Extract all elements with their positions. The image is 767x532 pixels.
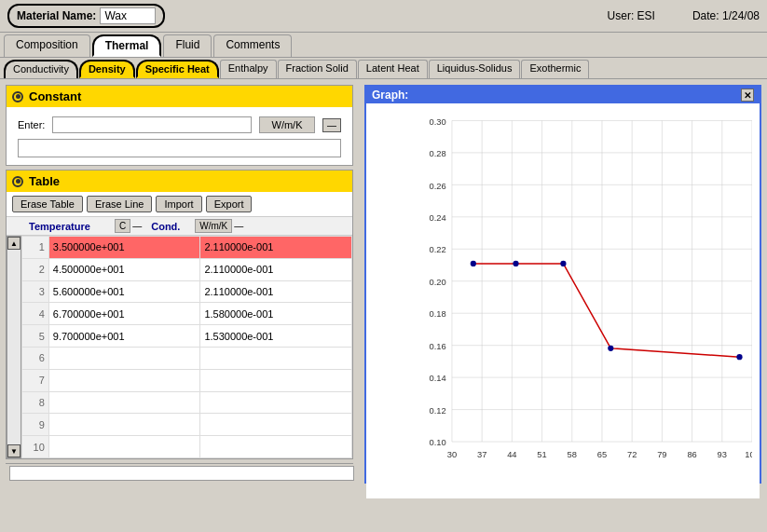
table-row[interactable]: 10 — [22, 436, 352, 458]
erase-line-button[interactable]: Erase Line — [87, 196, 153, 212]
table-radio[interactable] — [12, 176, 23, 187]
top-info: User: ESI Date: 1/24/08 — [608, 9, 760, 22]
tab-liquidus-solidus[interactable]: Liquidus-Solidus — [429, 60, 521, 78]
data-table-container: ▲ ▼ 13.500000e+0012.110000e-00124.500000… — [7, 236, 352, 458]
table-row[interactable]: 46.700000e+0011.580000e-001 — [22, 303, 352, 325]
constant-radio[interactable] — [12, 91, 23, 102]
svg-text:0.24: 0.24 — [430, 213, 446, 223]
data-point-5 — [736, 354, 742, 360]
table-row[interactable]: 13.500000e+0012.110000e-001 — [22, 237, 352, 259]
left-panel: Constant Enter: W/m/K — Table Erase Tabl… — [0, 79, 359, 489]
scroll-up-btn[interactable]: ▲ — [7, 237, 21, 250]
table-row[interactable]: 7 — [22, 369, 352, 391]
svg-text:37: 37 — [477, 450, 486, 459]
temp-cell[interactable] — [48, 436, 200, 458]
svg-text:79: 79 — [657, 450, 666, 459]
temp-cell[interactable] — [48, 391, 200, 414]
sub-tabs: Conductivity Density Specific Heat Entha… — [0, 58, 767, 79]
material-name-label: Material Name: — [17, 9, 96, 22]
main-tabs: Composition Thermal Fluid Comments — [0, 33, 767, 58]
graph-area: 0.30 0.28 0.26 0.24 0.22 0.20 0.18 0.16 … — [366, 103, 760, 498]
tab-exothermic[interactable]: Exothermic — [521, 60, 589, 78]
table-row[interactable]: 6 — [22, 347, 352, 369]
tab-comments[interactable]: Comments — [213, 34, 292, 57]
table-row[interactable]: 8 — [22, 391, 352, 414]
export-button[interactable]: Export — [206, 196, 253, 212]
svg-text:100: 100 — [745, 450, 752, 459]
constant-input-row: Enter: W/m/K — — [12, 113, 347, 137]
data-point-1 — [471, 261, 476, 266]
material-name-input[interactable] — [100, 7, 156, 24]
constant-value-input[interactable] — [52, 116, 252, 133]
tab-latent-heat[interactable]: Latent Heat — [358, 60, 428, 78]
row-number: 8 — [22, 391, 49, 414]
import-button[interactable]: Import — [156, 196, 201, 212]
row-number: 10 — [22, 436, 49, 458]
constant-title: Constant — [29, 89, 81, 103]
table-row[interactable]: 9 — [22, 414, 352, 436]
temp-unit-btn[interactable]: — — [132, 221, 147, 231]
svg-text:93: 93 — [718, 450, 727, 459]
user-info: User: ESI — [608, 9, 655, 22]
row-number: 1 — [22, 237, 49, 259]
constant-section: Constant Enter: W/m/K — — [6, 85, 353, 166]
tab-conductivity[interactable]: Conductivity — [4, 60, 78, 78]
top-bar: Material Name: User: ESI Date: 1/24/08 — [0, 0, 767, 33]
table-col-headers: Temperature C — Cond. W/m/K — — [7, 217, 352, 236]
row-number: 9 — [22, 414, 49, 436]
scroll-bar-vertical[interactable]: ▲ ▼ — [7, 236, 21, 458]
col-temp-label: Temperature — [29, 221, 113, 232]
tab-enthalpy[interactable]: Enthalpy — [220, 60, 277, 78]
row-number: 6 — [22, 347, 49, 369]
main-content: Constant Enter: W/m/K — Table Erase Tabl… — [0, 79, 767, 489]
tab-thermal[interactable]: Thermal — [92, 34, 162, 57]
tab-composition[interactable]: Composition — [4, 34, 90, 57]
tab-fluid[interactable]: Fluid — [163, 34, 212, 57]
material-name-group: Material Name: — [7, 4, 165, 28]
svg-text:51: 51 — [537, 450, 546, 459]
cond-cell[interactable] — [200, 347, 352, 369]
temp-cell[interactable]: 3.500000e+001 — [48, 237, 200, 259]
table-row[interactable]: 59.700000e+0011.530000e-001 — [22, 325, 352, 348]
svg-text:0.30: 0.30 — [430, 117, 446, 127]
data-table: 13.500000e+0012.110000e-00124.500000e+00… — [21, 236, 352, 458]
svg-text:72: 72 — [627, 450, 637, 459]
svg-text:30: 30 — [447, 450, 457, 459]
svg-text:44: 44 — [507, 450, 516, 459]
temp-cell[interactable] — [48, 369, 200, 391]
graph-panel: Graph: ✕ — [359, 79, 767, 489]
graph-close-button[interactable]: ✕ — [741, 89, 754, 102]
cond-cell[interactable]: 2.110000e-001 — [200, 280, 352, 303]
temp-cell[interactable]: 9.700000e+001 — [48, 325, 200, 348]
temp-cell[interactable] — [48, 347, 200, 369]
cond-cell[interactable] — [200, 414, 352, 436]
cond-cell[interactable] — [200, 369, 352, 391]
cond-cell[interactable]: 1.530000e-001 — [200, 325, 352, 348]
bottom-bar — [6, 463, 353, 484]
temp-cell[interactable]: 6.700000e+001 — [48, 303, 200, 325]
cond-cell[interactable]: 1.580000e-001 — [200, 303, 352, 325]
cond-cell[interactable]: 2.110000e-001 — [200, 258, 352, 280]
temp-cell[interactable] — [48, 414, 200, 436]
svg-text:0.28: 0.28 — [430, 149, 446, 158]
horizontal-scrollbar[interactable] — [9, 466, 354, 481]
data-point-3 — [560, 261, 566, 266]
cond-cell[interactable]: 2.110000e-001 — [200, 237, 352, 259]
cond-unit-btn[interactable]: — — [234, 221, 249, 231]
table-row[interactable]: 35.600000e+0012.110000e-001 — [22, 280, 352, 303]
tab-specific-heat[interactable]: Specific Heat — [136, 60, 219, 78]
scroll-down-btn[interactable]: ▼ — [7, 444, 21, 457]
table-section: Table Erase Table Erase Line Import Expo… — [6, 170, 353, 459]
erase-table-button[interactable]: Erase Table — [12, 196, 83, 212]
graph-window: Graph: ✕ — [364, 85, 761, 484]
radio-inner-table — [16, 179, 21, 184]
cond-cell[interactable] — [200, 436, 352, 458]
table-row[interactable]: 24.500000e+0012.110000e-001 — [22, 258, 352, 280]
tab-density[interactable]: Density — [79, 60, 135, 78]
temp-cell[interactable]: 4.500000e+001 — [48, 258, 200, 280]
temp-cell[interactable]: 5.600000e+001 — [48, 280, 200, 303]
unit-button[interactable]: — — [322, 118, 341, 132]
cond-cell[interactable] — [200, 391, 352, 414]
tab-fraction-solid[interactable]: Fraction Solid — [278, 60, 357, 78]
unit-display: W/m/K — [259, 116, 315, 133]
